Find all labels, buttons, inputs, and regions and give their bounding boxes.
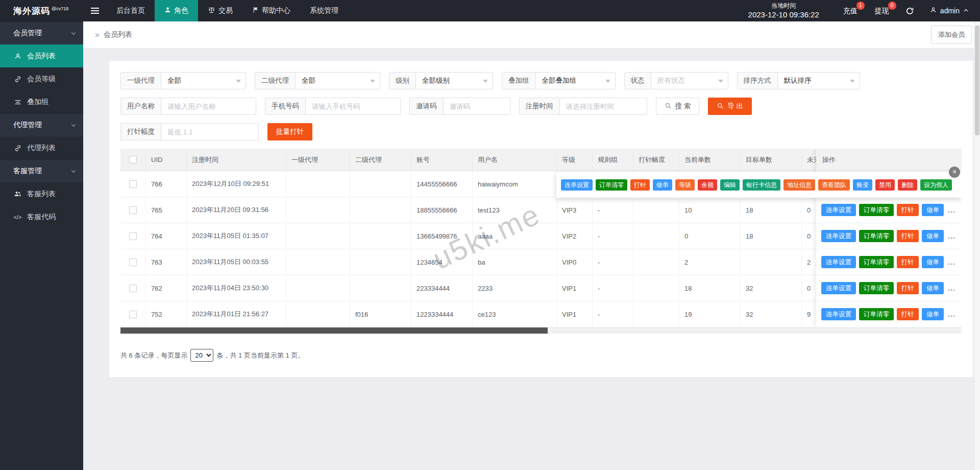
user-icon — [13, 53, 22, 60]
make-order-button[interactable]: 做单 — [922, 230, 944, 243]
phone-input[interactable] — [306, 98, 400, 114]
row-checkbox[interactable] — [129, 206, 137, 214]
filter-status: 状态 所有状态 — [624, 72, 728, 89]
col-amplitude: 打针幅度 — [633, 149, 679, 171]
sidebar-item-member-level[interactable]: 会员等级 — [0, 67, 83, 90]
inject-range-input[interactable] — [161, 124, 258, 140]
nav-trade[interactable]: 交易 — [198, 0, 242, 21]
sidebar-item-service-list[interactable]: 客服列表 — [0, 182, 83, 205]
chain-order-button[interactable]: 连单设置 — [821, 204, 856, 217]
col-reg-time: 注册时间 — [187, 149, 286, 171]
address-button[interactable]: 地址信息 — [783, 179, 815, 191]
level-button[interactable]: 等级 — [675, 179, 695, 191]
disable-button[interactable]: 禁用 — [875, 179, 895, 191]
more-actions[interactable]: ... — [948, 258, 955, 266]
nav-system[interactable]: 系统管理 — [300, 0, 348, 21]
admin-menu[interactable]: admin — [922, 7, 980, 15]
more-actions[interactable]: ... — [948, 206, 955, 214]
invite-code-input[interactable] — [444, 98, 510, 114]
make-order-button[interactable]: 做单 — [653, 179, 672, 191]
chain-order-button[interactable]: 连单设置 — [821, 282, 856, 295]
order-reset-button[interactable]: 订单清零 — [596, 179, 627, 191]
order-reset-button[interactable]: 订单清零 — [859, 204, 894, 217]
level-select[interactable]: 全部级别 — [416, 73, 493, 89]
vertical-scrollbar-thumb[interactable] — [975, 26, 979, 135]
make-order-button[interactable]: 做单 — [922, 204, 944, 217]
view-team-button[interactable]: 查看团队 — [818, 179, 850, 191]
inject-button[interactable]: 打针 — [897, 256, 919, 269]
edit-button[interactable]: 编辑 — [720, 179, 740, 191]
username-input[interactable] — [161, 98, 256, 114]
page-size-select[interactable]: 20 — [190, 349, 213, 362]
recharge-link[interactable]: 充值 1 — [835, 0, 866, 21]
withdraw-link[interactable]: 提现 0 — [866, 0, 898, 21]
order-reset-button[interactable]: 订单清零 — [859, 308, 894, 321]
order-reset-button[interactable]: 订单清零 — [859, 256, 894, 269]
filter-reg-time: 注册时间 — [519, 98, 647, 115]
balance-button[interactable]: 余额 — [698, 179, 717, 191]
horizontal-scrollbar — [120, 327, 962, 334]
col-username: 用户名 — [473, 149, 557, 171]
make-order-button[interactable]: 做单 — [922, 308, 944, 321]
row-checkbox[interactable] — [129, 232, 137, 240]
chain-order-button[interactable]: 连单设置 — [821, 256, 856, 269]
status-select[interactable]: 所有状态 — [651, 73, 728, 89]
topbar: 海外源码 @cv718 后台首页 角色 交易 帮助中心 系统管理 当地时间 20… — [0, 0, 980, 21]
search-button[interactable]: 搜 索 — [656, 98, 700, 115]
caret-down-icon — [850, 80, 855, 83]
chain-order-button[interactable]: 连单设置 — [821, 230, 856, 243]
row-checkbox[interactable] — [129, 311, 137, 318]
menu-toggle-icon[interactable] — [83, 0, 107, 21]
sidebar-group-member-mgmt[interactable]: 会员管理 — [0, 21, 83, 44]
row-actions: 连单设置 订单清零 打针 做单 ... — [816, 301, 962, 327]
sidebar-group-service-mgmt[interactable]: 客服管理 — [0, 159, 83, 182]
close-icon[interactable]: × — [949, 167, 960, 178]
refresh-icon[interactable] — [898, 0, 922, 21]
reg-time-input[interactable] — [560, 98, 647, 114]
export-button[interactable]: 导 出 — [708, 98, 752, 115]
order-reset-button[interactable]: 订单清零 — [859, 230, 894, 243]
row-checkbox[interactable] — [129, 285, 137, 292]
sidebar-item-service-code[interactable]: </> 客服代码 — [0, 205, 83, 228]
agent2-select[interactable]: 全部 — [296, 73, 380, 89]
sidebar-group-agent-mgmt[interactable]: 代理管理 — [0, 113, 83, 136]
sidebar-item-stack-group[interactable]: 叠加组 — [0, 90, 83, 113]
nav-help-center[interactable]: 帮助中心 — [242, 0, 300, 21]
row-checkbox[interactable] — [129, 180, 137, 188]
filter-sort: 排序方式 默认排序 — [737, 72, 860, 89]
delete-button[interactable]: 删除 — [898, 179, 917, 191]
sidebar-item-agent-list[interactable]: 代理列表 — [0, 136, 83, 159]
local-time: 当地时间 2023-12-10 09:36:22 — [748, 2, 819, 20]
make-order-button[interactable]: 做单 — [922, 256, 944, 269]
make-order-button[interactable]: 做单 — [922, 282, 944, 295]
filter-agent1: 一级代理 全部 — [120, 72, 246, 89]
order-reset-button[interactable]: 订单清零 — [859, 282, 894, 295]
nav-roles[interactable]: 角色 — [155, 0, 198, 21]
inject-button[interactable]: 打针 — [897, 230, 919, 243]
inject-button[interactable]: 打针 — [897, 282, 919, 295]
chain-order-button[interactable]: 连单设置 — [561, 179, 593, 191]
more-actions[interactable]: ... — [948, 310, 955, 318]
more-actions[interactable]: ... — [948, 284, 955, 292]
batch-inject-button[interactable]: 批量打针 — [267, 123, 312, 140]
nav-dashboard[interactable]: 后台首页 — [107, 0, 155, 21]
more-actions[interactable]: ... — [948, 232, 955, 240]
inject-button[interactable]: 打针 — [897, 308, 919, 321]
row-checkbox[interactable] — [129, 258, 137, 266]
col-account: 账号 — [411, 149, 473, 171]
account-change-button[interactable]: 账变 — [853, 179, 872, 191]
content-card: 一级代理 全部 二级代理 全部 级别 全部级别 叠加组 全部叠加组 状态 所有状… — [109, 61, 973, 377]
bank-card-button[interactable]: 银行卡信息 — [743, 179, 780, 191]
add-member-button[interactable]: 添加会员 — [931, 26, 972, 44]
agent1-select[interactable]: 全部 — [161, 73, 246, 89]
filter-phone: 手机号码 — [265, 98, 401, 115]
sort-select[interactable]: 默认排序 — [778, 73, 860, 89]
horizontal-scrollbar-thumb[interactable] — [120, 327, 548, 334]
set-fake-button[interactable]: 设为假人 — [920, 179, 952, 191]
stack-group-select[interactable]: 全部叠加组 — [536, 73, 615, 89]
sidebar-item-member-list[interactable]: 会员列表 — [0, 44, 83, 67]
chain-order-button[interactable]: 连单设置 — [821, 308, 856, 321]
inject-button[interactable]: 打针 — [897, 204, 919, 217]
inject-button[interactable]: 打针 — [630, 179, 650, 191]
select-all-checkbox[interactable] — [129, 156, 137, 163]
